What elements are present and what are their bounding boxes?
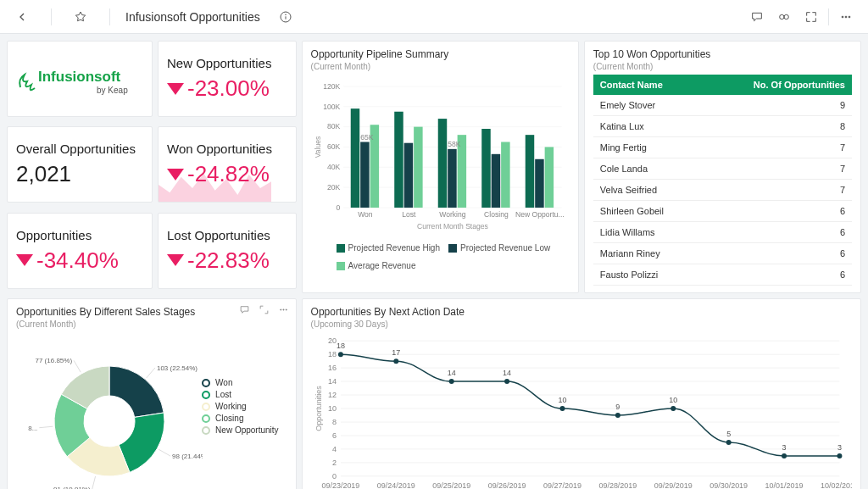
top-toolbar: Infusionsoft Opportunities	[0, 0, 868, 34]
svg-line-51	[147, 368, 155, 378]
svg-text:09/23/2019: 09/23/2019	[321, 481, 359, 489]
svg-text:10/01/2019: 10/01/2019	[765, 481, 803, 489]
svg-text:3: 3	[782, 443, 786, 452]
card-subtitle: (Current Month)	[311, 62, 570, 71]
svg-text:Opportunities: Opportunities	[314, 386, 323, 431]
svg-text:10: 10	[669, 396, 677, 404]
card-subtitle: (Current Month)	[593, 62, 852, 71]
kpi-lost-opportunities[interactable]: Lost Opportunities -22.83%	[158, 213, 297, 289]
card-title: Opportunities By Next Action Date	[311, 306, 852, 318]
stages-donut-chart: 103 (22.54%)98 (21.44%)91 (19.91%)8...77…	[16, 332, 203, 489]
card-comment-icon[interactable]	[239, 304, 250, 318]
table-row[interactable]: Lidia Willams6	[593, 222, 852, 243]
svg-text:Working: Working	[439, 210, 466, 219]
svg-point-7	[849, 16, 850, 18]
svg-text:10: 10	[558, 396, 566, 404]
view-mode-button[interactable]	[774, 7, 794, 27]
svg-point-48	[280, 309, 281, 310]
svg-point-110	[837, 453, 842, 458]
card-expand-icon[interactable]	[259, 304, 270, 318]
svg-text:17: 17	[392, 348, 400, 357]
table-row[interactable]: Velva Seifried7	[593, 180, 852, 201]
svg-text:4: 4	[332, 445, 337, 453]
svg-text:09/28/2019: 09/28/2019	[598, 481, 637, 489]
donut-legend: Won Lost Working Closing New Opportunity	[202, 375, 278, 437]
svg-text:09/27/2019: 09/27/2019	[543, 481, 581, 489]
svg-text:0: 0	[336, 203, 340, 212]
svg-point-50	[286, 309, 287, 310]
table-row[interactable]: Fausto Polizzi6	[593, 264, 852, 286]
kpi-label: Won Opportunities	[167, 142, 287, 156]
svg-text:40K: 40K	[327, 163, 341, 171]
svg-point-49	[282, 309, 283, 310]
card-title: Top 10 Won Opportunities	[593, 48, 852, 60]
svg-point-86	[393, 358, 398, 364]
svg-text:12: 12	[328, 391, 337, 399]
svg-point-83	[338, 352, 343, 357]
table-row[interactable]: Emely Stover9	[593, 95, 852, 116]
kpi-label: Lost Opportunities	[167, 228, 287, 242]
svg-text:2: 2	[332, 458, 337, 467]
kpi-value: -22.83%	[167, 247, 287, 274]
col-count: No. Of Opportunities	[703, 75, 852, 95]
kpi-won-opportunities[interactable]: Won Opportunities -24.82%	[158, 126, 297, 203]
svg-text:91 (19.91%): 91 (19.91%)	[53, 486, 91, 489]
page-title: Infusionsoft Opportunities	[125, 10, 260, 24]
svg-rect-30	[414, 127, 422, 208]
svg-rect-42	[544, 147, 553, 208]
card-subtitle: (Upcoming 30 Days)	[311, 320, 852, 329]
expand-button[interactable]	[801, 7, 821, 27]
card-more-icon[interactable]	[278, 304, 289, 318]
svg-text:18: 18	[328, 350, 337, 358]
table-row[interactable]: Katina Lux8	[593, 116, 852, 137]
svg-text:14: 14	[503, 369, 511, 377]
svg-point-101	[670, 406, 676, 411]
table-row[interactable]: Ming Fertig7	[593, 137, 852, 158]
svg-text:16: 16	[328, 364, 337, 372]
kpi-label: New Opportunities	[167, 56, 287, 70]
pipeline-legend: Projected Revenue High Projected Revenue…	[311, 243, 570, 270]
kpi-label: Overall Opportunities	[16, 142, 143, 156]
svg-text:3: 3	[837, 443, 842, 452]
kpi-new-opportunities[interactable]: New Opportunities -23.00%	[158, 41, 297, 117]
svg-text:60K: 60K	[327, 142, 341, 151]
svg-text:10: 10	[328, 404, 337, 413]
svg-text:Lost: Lost	[402, 210, 416, 219]
svg-rect-24	[350, 108, 359, 208]
svg-rect-36	[481, 129, 490, 208]
stages-donut-card[interactable]: Opportunities By Different Sales Stages …	[7, 298, 297, 489]
favorite-button[interactable]	[70, 7, 91, 27]
table-row[interactable]: Mariann Riney6	[593, 243, 852, 264]
svg-rect-40	[525, 135, 533, 208]
svg-rect-38	[501, 142, 509, 208]
svg-point-3	[780, 14, 784, 19]
next-action-line-chart: 024681012141618201809/23/20191709/24/201…	[311, 332, 852, 489]
svg-text:9: 9	[615, 403, 620, 411]
pipeline-summary-card[interactable]: Opportunity Pipeline Summary (Current Mo…	[302, 41, 579, 293]
col-contact: Contact Name	[593, 75, 703, 95]
back-button[interactable]	[12, 7, 32, 27]
more-button[interactable]	[836, 7, 856, 27]
svg-text:6: 6	[332, 431, 337, 440]
table-row[interactable]: Cole Landa7	[593, 158, 852, 180]
svg-rect-28	[394, 112, 403, 208]
svg-line-57	[39, 426, 53, 427]
svg-point-6	[845, 16, 847, 18]
svg-text:80K: 80K	[327, 122, 341, 131]
kpi-opportunities[interactable]: Opportunities -34.40%	[7, 213, 153, 289]
comment-button[interactable]	[747, 7, 767, 27]
kpi-value: -23.00%	[167, 75, 287, 102]
top10-won-card[interactable]: Top 10 Won Opportunities (Current Month)…	[584, 41, 861, 293]
trend-down-icon	[167, 83, 184, 95]
svg-line-53	[159, 449, 170, 456]
svg-point-89	[448, 379, 453, 384]
svg-text:120K: 120K	[323, 82, 340, 91]
svg-text:10/02/2019: 10/02/2019	[821, 481, 852, 489]
svg-point-107	[782, 453, 787, 458]
kpi-overall-opportunities[interactable]: Overall Opportunities 2,021	[7, 126, 153, 203]
svg-rect-29	[403, 143, 412, 208]
next-action-line-card[interactable]: Opportunities By Next Action Date (Upcom…	[302, 298, 861, 489]
table-row[interactable]: Shirleen Gobeil6	[593, 201, 852, 222]
svg-line-55	[92, 476, 96, 489]
info-icon[interactable]	[275, 7, 296, 27]
